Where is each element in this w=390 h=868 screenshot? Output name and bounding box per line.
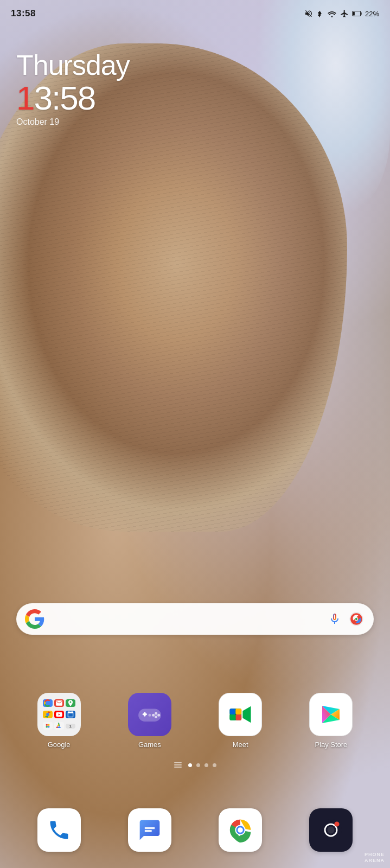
- svg-point-7: [46, 724, 48, 726]
- svg-point-8: [48, 724, 50, 726]
- microphone-icon[interactable]: [326, 610, 343, 628]
- dock-item-messages[interactable]: [107, 808, 192, 852]
- svg-point-6: [46, 713, 49, 716]
- svg-rect-1: [361, 12, 362, 15]
- svg-point-9: [46, 726, 48, 728]
- svg-point-15: [157, 714, 160, 717]
- svg-rect-21: [230, 709, 236, 714]
- page-lines: [174, 762, 182, 768]
- chrome-icon: [219, 808, 262, 852]
- dock: [16, 808, 374, 852]
- watermark: PHONE ARENA: [365, 852, 385, 864]
- svg-rect-22: [235, 714, 241, 720]
- app-label-google: Google: [48, 741, 71, 749]
- page-line-2: [174, 764, 182, 765]
- dock-item-camera[interactable]: [289, 808, 374, 852]
- camera-icon: [309, 808, 353, 852]
- app-label-games: Games: [138, 741, 161, 749]
- dock-item-phone[interactable]: [16, 808, 101, 852]
- app-label-meet: Meet: [233, 741, 248, 749]
- svg-point-28: [238, 827, 243, 833]
- wifi-icon: [327, 10, 337, 17]
- folder-mini-drive: [54, 722, 64, 730]
- svg-point-16: [152, 714, 155, 717]
- status-bar: 13:58: [0, 0, 390, 27]
- status-time: 13:58: [11, 8, 36, 19]
- svg-point-14: [155, 712, 157, 714]
- svg-marker-20: [242, 706, 251, 723]
- date-display: October 19: [16, 117, 130, 127]
- svg-point-31: [328, 827, 335, 834]
- svg-rect-2: [353, 12, 355, 16]
- meet-icon-box: [219, 693, 262, 736]
- google-logo: [25, 609, 44, 629]
- app-grid: 1 Google Games: [16, 693, 374, 749]
- play-store-icon-box: [309, 693, 353, 736]
- battery-percent: 22%: [365, 10, 379, 18]
- svg-point-32: [335, 821, 340, 826]
- svg-rect-24: [235, 709, 241, 714]
- airplane-icon: [340, 9, 349, 18]
- watermark-line1: PHONE: [365, 852, 385, 858]
- datetime-widget: Thursday 13:58 October 19: [16, 49, 130, 127]
- time-rest: 3:58: [34, 79, 95, 117]
- app-item-google[interactable]: 1 Google: [16, 693, 101, 749]
- battery-icon: [352, 10, 362, 17]
- mute-icon: [304, 9, 313, 18]
- status-icons: 22%: [304, 9, 379, 18]
- page-dot-1[interactable]: [188, 763, 192, 767]
- page-dot-2[interactable]: [196, 763, 200, 767]
- messages-icon: [128, 808, 171, 852]
- svg-point-10: [48, 726, 50, 728]
- folder-mini-chrome: [43, 711, 53, 718]
- page-line-1: [174, 762, 182, 763]
- folder-mini-g: [43, 699, 53, 707]
- svg-point-18: [148, 714, 151, 717]
- svg-rect-23: [230, 714, 236, 720]
- svg-point-17: [155, 716, 157, 718]
- svg-rect-13: [144, 712, 145, 716]
- folder-mini-calendar: [66, 711, 75, 718]
- folder-mini-photos: [43, 722, 53, 730]
- dock-item-chrome[interactable]: [198, 808, 283, 852]
- search-bar[interactable]: [16, 603, 374, 635]
- time-display: 13:58: [16, 81, 130, 115]
- watermark-line2: ARENA: [365, 858, 385, 864]
- svg-point-5: [355, 618, 357, 620]
- page-dot-4[interactable]: [213, 763, 216, 767]
- google-lens-icon[interactable]: [348, 610, 365, 628]
- page-dot-3[interactable]: [204, 763, 208, 767]
- page-line-3: [174, 767, 182, 768]
- bluetooth-icon: [316, 9, 324, 18]
- folder-mini-youtube: [54, 711, 64, 718]
- games-icon: [128, 693, 171, 736]
- folder-mini-gmail: [54, 699, 64, 707]
- folder-mini-1: 1: [66, 724, 75, 729]
- phone-icon: [37, 808, 81, 852]
- time-hour-first: 1: [16, 79, 34, 117]
- page-indicators: [0, 762, 390, 768]
- app-label-playstore: Play Store: [315, 741, 347, 749]
- app-item-meet[interactable]: Meet: [198, 693, 283, 749]
- app-item-games[interactable]: Games: [107, 693, 192, 749]
- day-of-week: Thursday: [16, 49, 130, 81]
- app-item-playstore[interactable]: Play Store: [289, 693, 374, 749]
- google-folder-icon: 1: [37, 693, 81, 736]
- folder-mini-maps: [66, 699, 75, 707]
